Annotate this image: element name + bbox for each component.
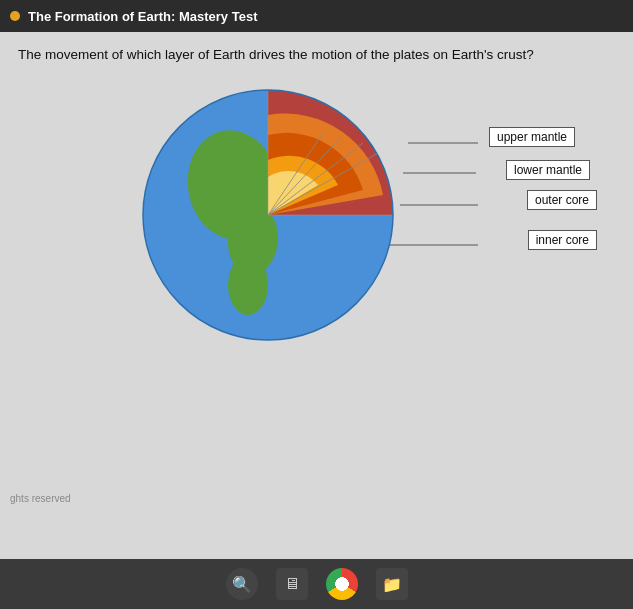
screen-taskbar-icon[interactable]: 🖥 <box>276 568 308 600</box>
label-inner-core: inner core <box>528 230 597 250</box>
main-content: The movement of which layer of Earth dri… <box>0 32 633 559</box>
label-lower-mantle: lower mantle <box>506 160 590 180</box>
files-taskbar-icon[interactable]: 📁 <box>376 568 408 600</box>
header-bar: The Formation of Earth: Mastery Test <box>0 0 633 32</box>
search-taskbar-icon[interactable]: 🔍 <box>226 568 258 600</box>
header-dot <box>10 11 20 21</box>
diagram-area: upper mantle lower mantle outer core inn… <box>18 75 615 465</box>
header-title: The Formation of Earth: Mastery Test <box>28 9 257 24</box>
label-upper-mantle: upper mantle <box>489 127 575 147</box>
svg-point-7 <box>228 255 268 315</box>
label-outer-core: outer core <box>527 190 597 210</box>
question-text: The movement of which layer of Earth dri… <box>18 46 598 65</box>
chrome-taskbar-icon[interactable] <box>326 568 358 600</box>
taskbar: 🔍 🖥 📁 <box>0 559 633 609</box>
copyright-text: ghts reserved <box>10 493 71 504</box>
earth-diagram <box>138 85 398 345</box>
